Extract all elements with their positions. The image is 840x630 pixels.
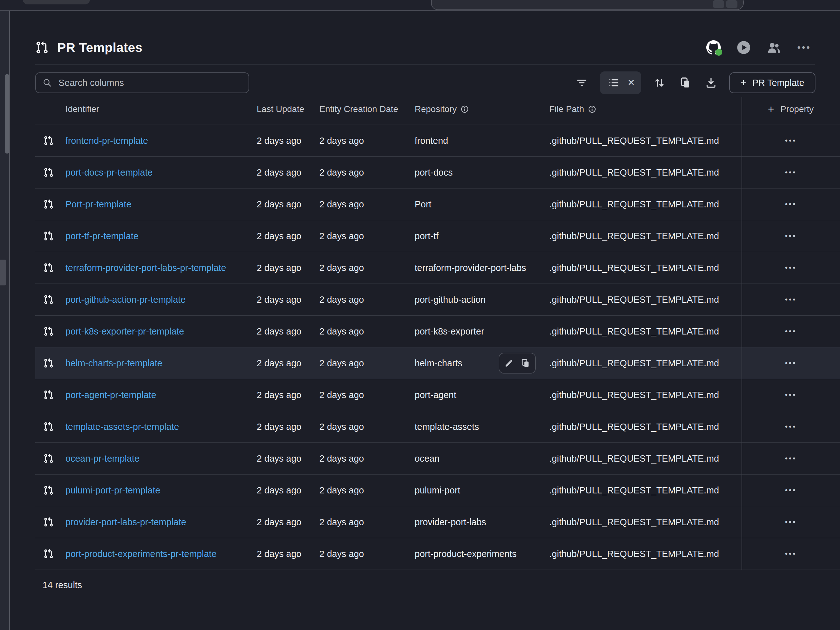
table-row[interactable]: frontend-pr-template 2 days ago 2 days a… (35, 125, 840, 157)
filter-button[interactable] (574, 75, 589, 90)
identifier-link[interactable]: helm-charts-pr-template (65, 358, 257, 368)
table-row[interactable]: ocean-pr-template 2 days ago 2 days ago … (35, 443, 840, 475)
pencil-icon (504, 358, 514, 368)
audience-button[interactable] (766, 40, 782, 55)
info-icon[interactable] (461, 105, 469, 113)
run-button[interactable] (736, 40, 751, 55)
scrollbar-thumb[interactable] (5, 74, 9, 153)
github-integration-button[interactable] (706, 40, 721, 55)
collapsed-panel-handle[interactable] (0, 260, 6, 286)
file-path-cell: .github/PULL_REQUEST_TEMPLATE.md (549, 358, 742, 368)
table-row[interactable]: port-docs-pr-template 2 days ago 2 days … (35, 157, 840, 188)
copy-icon (679, 76, 692, 89)
identifier-link[interactable]: port-tf-pr-template (65, 231, 257, 242)
row-actions-ellipsis[interactable]: ••• (785, 328, 797, 335)
identifier-link[interactable]: provider-port-labs-pr-template (65, 517, 257, 527)
row-actions-ellipsis[interactable]: ••• (785, 550, 797, 557)
row-actions-ellipsis[interactable]: ••• (785, 264, 797, 272)
column-header-file-path: File Path (549, 104, 742, 114)
screen: PR Templates (0, 0, 840, 630)
identifier-link[interactable]: port-k8s-exporter-pr-template (65, 326, 257, 337)
info-icon[interactable] (588, 105, 596, 113)
file-path-cell: .github/PULL_REQUEST_TEMPLATE.md (549, 453, 742, 464)
pull-request-icon (43, 485, 54, 496)
last-update-cell: 2 days ago (257, 167, 319, 178)
table-header-row: Identifier Last Update Entity Creation D… (35, 94, 840, 125)
copy-button[interactable] (520, 358, 531, 368)
last-update-cell: 2 days ago (257, 358, 319, 368)
identifier-link[interactable]: terraform-provider-port-labs-pr-template (65, 263, 257, 273)
row-actions-ellipsis[interactable]: ••• (785, 169, 797, 176)
table-row[interactable]: Port-pr-template 2 days ago 2 days ago P… (35, 188, 840, 220)
top-left-button[interactable] (23, 0, 90, 5)
last-update-cell: 2 days ago (257, 517, 319, 527)
row-actions-ellipsis[interactable]: ••• (785, 296, 797, 303)
search-columns-box[interactable] (35, 73, 249, 93)
row-actions-ellipsis[interactable]: ••• (785, 423, 797, 431)
identifier-link[interactable]: port-product-experiments-pr-template (65, 549, 257, 559)
pull-request-icon (43, 453, 54, 464)
add-pr-template-button[interactable]: + PR Template (729, 73, 815, 93)
table-row[interactable]: port-github-action-pr-template 2 days ag… (35, 284, 840, 316)
table-row[interactable]: provider-port-labs-pr-template 2 days ag… (35, 506, 840, 538)
row-actions-ellipsis[interactable]: ••• (785, 137, 797, 144)
sort-button[interactable] (652, 75, 667, 90)
identifier-link[interactable]: Port-pr-template (65, 199, 257, 210)
table-row[interactable]: port-tf-pr-template 2 days ago 2 days ag… (35, 220, 840, 252)
last-update-cell: 2 days ago (257, 199, 319, 210)
users-icon (767, 40, 781, 55)
row-actions-ellipsis[interactable]: ••• (785, 232, 797, 240)
header-divider (35, 65, 815, 65)
global-search-bar[interactable] (431, 0, 744, 10)
table-row[interactable]: port-product-experiments-pr-template 2 d… (35, 538, 840, 570)
file-path-cell: .github/PULL_REQUEST_TEMPLATE.md (549, 390, 742, 400)
toolbar: ✕ (35, 72, 815, 94)
pull-request-icon (43, 294, 54, 305)
creation-date-cell: 2 days ago (319, 390, 415, 400)
row-actions-ellipsis[interactable]: ••• (785, 359, 797, 367)
edit-button[interactable] (504, 358, 515, 368)
row-actions-ellipsis[interactable]: ••• (785, 201, 797, 208)
table-row[interactable]: terraform-provider-port-labs-pr-template… (35, 252, 840, 284)
row-actions-ellipsis[interactable]: ••• (785, 391, 797, 399)
identifier-link[interactable]: port-github-action-pr-template (65, 295, 257, 305)
creation-date-cell: 2 days ago (319, 453, 415, 464)
table-row[interactable]: helm-charts-pr-template 2 days ago 2 day… (35, 347, 840, 379)
identifier-link[interactable]: template-assets-pr-template (65, 422, 257, 432)
row-actions-ellipsis[interactable]: ••• (785, 486, 797, 494)
pull-request-icon (43, 357, 54, 369)
plus-icon: + (768, 104, 774, 114)
copy-view-button[interactable] (678, 75, 693, 90)
repository-cell: Port (415, 199, 549, 210)
search-columns-input[interactable] (58, 77, 242, 88)
pull-request-icon (43, 326, 54, 337)
row-actions-ellipsis[interactable]: ••• (785, 518, 797, 526)
row-hover-actions (499, 353, 536, 374)
shortcut-keycap (726, 0, 737, 8)
list-view-button[interactable] (606, 75, 621, 90)
last-update-cell: 2 days ago (257, 549, 319, 559)
table-row[interactable]: template-assets-pr-template 2 days ago 2… (35, 411, 840, 443)
identifier-link[interactable]: frontend-pr-template (65, 136, 257, 146)
table-row[interactable]: port-k8s-exporter-pr-template 2 days ago… (35, 316, 840, 347)
pull-request-icon (43, 135, 54, 146)
download-button[interactable] (703, 75, 718, 90)
add-property-button[interactable]: + Property (742, 104, 840, 114)
identifier-link[interactable]: ocean-pr-template (65, 453, 257, 464)
creation-date-cell: 2 days ago (319, 199, 415, 210)
table-row[interactable]: port-agent-pr-template 2 days ago 2 days… (35, 379, 840, 411)
table-row[interactable]: pulumi-port-pr-template 2 days ago 2 day… (35, 475, 840, 506)
view-mode-pill: ✕ (600, 71, 641, 94)
identifier-link[interactable]: port-docs-pr-template (65, 167, 257, 178)
last-update-cell: 2 days ago (257, 295, 319, 305)
row-actions-ellipsis[interactable]: ••• (785, 455, 797, 462)
identifier-link[interactable]: port-agent-pr-template (65, 390, 257, 400)
add-pr-template-label: PR Template (752, 78, 804, 88)
creation-date-cell: 2 days ago (319, 517, 415, 527)
creation-date-cell: 2 days ago (319, 326, 415, 337)
pull-request-icon (43, 262, 54, 273)
page-more-menu[interactable]: ••• (797, 40, 812, 55)
last-update-cell: 2 days ago (257, 136, 319, 146)
identifier-link[interactable]: pulumi-port-pr-template (65, 485, 257, 496)
clear-view-button[interactable]: ✕ (628, 78, 635, 87)
